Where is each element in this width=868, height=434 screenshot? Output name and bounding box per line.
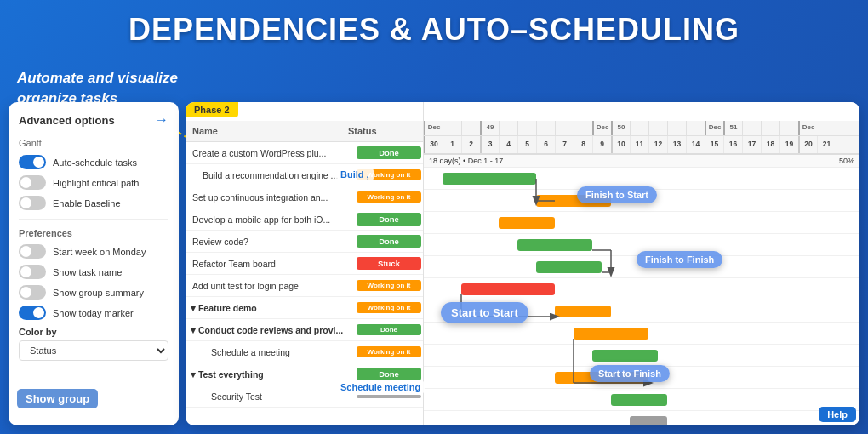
auto-schedule-row: Auto-schedule tasks: [19, 155, 168, 169]
help-button[interactable]: Help: [819, 407, 856, 422]
name-col-header: Name: [192, 126, 348, 136]
day-range-label: 18 day(s) • Dec 1 - 17 50%: [424, 155, 859, 168]
gantt-row: [424, 411, 859, 425]
table-row: Set up continuous integration an... Work…: [186, 186, 423, 208]
show-task-name-toggle[interactable]: [19, 265, 46, 279]
table-row: Schedule a meeting Working on it: [186, 341, 423, 363]
show-today-marker-row: Show today marker: [19, 306, 168, 320]
gantt-chart: Dec 49 Dec 50: [424, 102, 859, 425]
show-group-summary-row: Show group summary: [19, 285, 168, 300]
show-today-marker-label: Show today marker: [53, 308, 134, 318]
color-by-select[interactable]: Status Priority Assignee: [19, 340, 168, 361]
auto-schedule-toggle[interactable]: [19, 155, 46, 169]
preferences-label: Preferences: [19, 228, 168, 238]
status-badge: Working on it: [357, 302, 421, 313]
critical-path-row: Highlight critical path: [19, 175, 168, 190]
status-badge: Done: [357, 213, 421, 226]
baseline-toggle[interactable]: [19, 196, 46, 210]
advanced-options-panel: Advanced options → Gantt Auto-schedule t…: [9, 102, 179, 425]
table-row: Review code? Done: [186, 231, 423, 253]
page-title: DEPENDENCIES & AUTO–SCHEDULING: [0, 0, 868, 56]
build-text: Build ,: [336, 168, 374, 180]
status-badge: Stuck: [357, 257, 421, 270]
table-row: Build a recommendation engine ... Workin…: [186, 164, 423, 186]
schedule-meeting-text: Schedule meeting: [336, 381, 425, 393]
task-name: Set up continuous integration an...: [186, 192, 355, 203]
start-to-start-label: Start to Start: [441, 302, 528, 323]
auto-schedule-label: Auto-schedule tasks: [53, 157, 137, 168]
task-name: Refactor Team board: [186, 259, 355, 269]
table-row: Refactor Team board Stuck: [186, 253, 423, 275]
status-col-header: Status: [348, 126, 416, 136]
table-row: ▾ Feature demo Working on it: [186, 297, 423, 319]
start-week-label: Start week on Monday: [53, 247, 146, 257]
gantt-row: [424, 278, 859, 300]
start-to-finish-label: Start to Finish: [590, 365, 670, 382]
status-badge: Working on it: [357, 191, 421, 203]
arrow-icon[interactable]: →: [155, 112, 168, 128]
task-name: Review code?: [186, 237, 355, 247]
show-group-summary-label: Show group summary: [53, 288, 144, 298]
status-badge: Done: [357, 368, 421, 380]
color-by-label: Color by: [19, 327, 168, 337]
gantt-row: [424, 345, 859, 367]
status-badge: Done: [357, 146, 421, 159]
task-name: Build a recommendation engine ...: [186, 170, 355, 180]
gantt-section-label: Gantt: [19, 138, 168, 148]
task-name: ▾ Feature demo: [186, 303, 355, 313]
baseline-row: Enable Baseline: [19, 196, 168, 210]
gantt-body: Finish to Start Finish to Finish Start t…: [424, 168, 859, 425]
baseline-label: Enable Baseline: [53, 198, 121, 208]
table-row: Add unit test for login page Working on …: [186, 275, 423, 297]
start-week-row: Start week on Monday: [19, 244, 168, 259]
status-badge: Working on it: [357, 280, 421, 291]
status-badge: [357, 395, 421, 398]
gantt-row: [424, 323, 859, 345]
gantt-row: [424, 212, 859, 234]
gantt-panel: Phase 2 Name Status Create a custom Word…: [186, 102, 859, 425]
task-name: Develop a mobile app for both iO...: [186, 214, 355, 225]
task-name: ▾ Test everything: [186, 369, 355, 380]
task-name: ▾ Conduct code reviews and provi...: [186, 325, 355, 335]
table-row: Develop a mobile app for both iO... Done: [186, 208, 423, 231]
task-name: Schedule a meeting: [186, 347, 355, 357]
panel-title: Advanced options: [19, 114, 115, 127]
task-name: Create a custom WordPress plu...: [186, 148, 355, 158]
table-row: Create a custom WordPress plu... Done: [186, 142, 423, 164]
percent-label: 50%: [839, 157, 854, 165]
table-row: ▾ Conduct code reviews and provi... Done: [186, 319, 423, 341]
gantt-row: [424, 389, 859, 411]
status-badge: Done: [357, 235, 421, 248]
task-list: Name Status Create a custom WordPress pl…: [186, 102, 424, 425]
show-today-marker-toggle[interactable]: [19, 306, 46, 320]
show-group-summary-toggle[interactable]: [19, 285, 46, 300]
finish-to-start-label: Finish to Start: [577, 186, 657, 203]
show-task-name-label: Show task name: [53, 267, 122, 277]
critical-path-toggle[interactable]: [19, 175, 46, 190]
finish-to-finish-label: Finish to Finish: [637, 251, 722, 268]
start-week-toggle[interactable]: [19, 244, 46, 259]
show-task-name-row: Show task name: [19, 265, 168, 279]
status-badge: Done: [357, 324, 421, 335]
task-name: Security Test: [186, 391, 355, 402]
task-name: Add unit test for login page: [186, 281, 355, 291]
status-badge: Working on it: [357, 346, 421, 357]
critical-path-label: Highlight critical path: [53, 178, 140, 188]
show-group-text: Show group: [17, 389, 98, 408]
